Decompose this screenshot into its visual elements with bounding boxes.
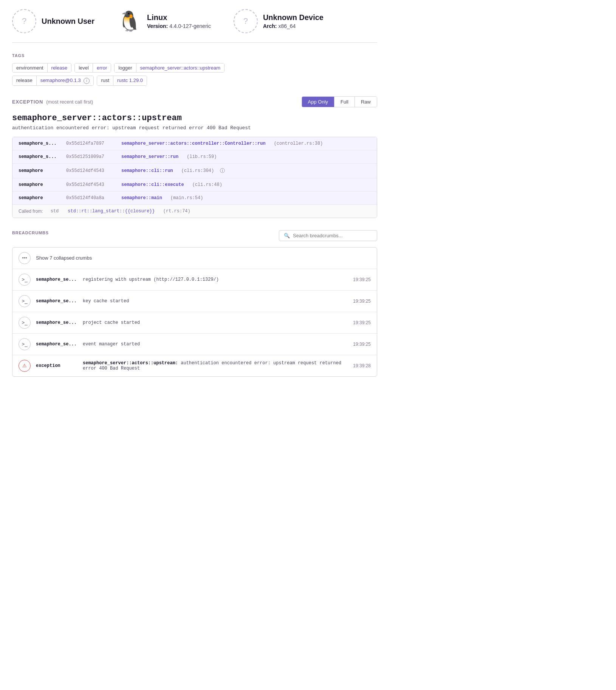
bc-message: event manager started <box>83 342 348 347</box>
stack-module: semaphore <box>19 195 60 201</box>
breadcrumb-item: >_ semaphore_se... event manager started… <box>12 334 377 355</box>
exception-subtitle: (most recent call first) <box>46 99 93 105</box>
breadcrumbs-label: BREADCRUMBS <box>12 231 49 235</box>
bc-module: semaphore_se... <box>36 299 77 304</box>
tag-key: release <box>12 76 37 85</box>
stack-function[interactable]: semaphore_server::actors::controller::Co… <box>121 141 266 146</box>
tag-value[interactable]: release <box>48 63 71 72</box>
collapsed-icon: ••• <box>19 252 31 264</box>
raw-button[interactable]: Raw <box>355 97 377 107</box>
breadcrumbs-search-input[interactable] <box>293 233 372 238</box>
tag-key: level <box>75 63 93 72</box>
called-from-label: Called from: <box>19 209 43 214</box>
breadcrumbs-section: BREADCRUMBS 🔍 ••• Show 7 collapsed crumb… <box>12 230 377 377</box>
terminal-icon: >_ <box>19 274 31 286</box>
breadcrumb-item: >_ semaphore_se... key cache started 19:… <box>12 291 377 312</box>
error-icon: ⚠ <box>19 360 31 372</box>
exception-view-toggle: App Only Full Raw <box>302 96 377 107</box>
stack-function[interactable]: semaphore::main <box>121 195 162 201</box>
stack-trace: semaphore_s... 0x55d124fa7897 semaphore_… <box>12 137 377 218</box>
exception-header: EXCEPTION (most recent call first) App O… <box>12 96 377 107</box>
stack-frame: semaphore 0x55d124f40a8a semaphore::main… <box>12 192 377 205</box>
tag-environment: environment release <box>12 63 71 73</box>
stack-module: semaphore <box>19 182 60 187</box>
stack-location: (main.rs:54) <box>170 195 203 201</box>
bc-time: 19:39:28 <box>353 363 371 368</box>
exception-type: semaphore_server::actors::upstream <box>12 113 377 123</box>
tags-row-2: release semaphore@0.1.3 i rust rustc 1.2… <box>12 76 377 86</box>
stack-function[interactable]: semaphore_server::run <box>121 154 178 159</box>
bc-module: semaphore_se... <box>36 320 77 325</box>
bc-message: key cache started <box>83 299 348 304</box>
full-button[interactable]: Full <box>334 97 355 107</box>
tag-key: environment <box>12 63 48 72</box>
tag-key: rust <box>97 76 113 85</box>
tag-value[interactable]: semaphore_server::actors::upstream <box>136 63 224 72</box>
exception-section: EXCEPTION (most recent call first) App O… <box>12 96 377 218</box>
show-collapsed-crumbs[interactable]: ••• Show 7 collapsed crumbs <box>12 248 377 269</box>
tags-row-1: environment release level error logger s… <box>12 63 377 73</box>
bc-time: 19:39:25 <box>353 277 371 282</box>
tag-key: logger <box>115 63 136 72</box>
stack-module: semaphore <box>19 168 60 173</box>
tag-rust: rust rustc 1.29.0 <box>97 76 147 86</box>
tags-section: TAGS environment release level error log… <box>12 53 377 86</box>
stack-location: (controller.rs:38) <box>274 141 323 146</box>
exception-message: authentication encountered error: upstre… <box>12 125 377 131</box>
stack-address: 0x55d124fa7897 <box>66 141 115 146</box>
stack-location: (cli.rs:48) <box>192 182 222 187</box>
tag-value[interactable]: error <box>93 63 111 72</box>
stack-location: (lib.rs:59) <box>187 154 217 159</box>
stack-address: 0x55d1251009a7 <box>66 154 115 159</box>
exception-title-row: EXCEPTION (most recent call first) <box>12 99 93 105</box>
os-info: 🐧 Linux Version: 4.4.0-127-generic <box>117 11 211 31</box>
stack-frame: semaphore 0x55d124df4543 semaphore::cli:… <box>12 164 377 178</box>
bc-time: 19:39:25 <box>353 320 371 325</box>
device-name: Unknown Device <box>263 13 323 22</box>
called-from-function[interactable]: std::rt::lang_start::{{closure}} <box>68 209 155 214</box>
stack-address: 0x55d124f40a8a <box>66 195 115 201</box>
called-from-module: std <box>51 209 59 214</box>
stack-function[interactable]: semaphore::cli::run <box>121 168 173 173</box>
os-name: Linux <box>147 13 211 22</box>
bc-message: registering with upstream (http://127.0.… <box>83 277 348 282</box>
bc-module: exception <box>36 363 77 368</box>
breadcrumb-item-exception: ⚠ exception semaphore_server::actors::up… <box>12 355 377 376</box>
breadcrumbs-header: BREADCRUMBS 🔍 <box>12 230 377 241</box>
os-details: Linux Version: 4.4.0-127-generic <box>147 13 211 29</box>
user-name: Unknown User <box>42 17 94 26</box>
bc-time: 19:39:25 <box>353 342 371 347</box>
tag-value[interactable]: rustc 1.29.0 <box>113 76 147 85</box>
app-only-button[interactable]: App Only <box>302 97 334 107</box>
stack-address: 0x55d124df4543 <box>66 182 115 187</box>
info-icon[interactable]: i <box>84 78 90 84</box>
header: ? Unknown User 🐧 Linux Version: 4.4.0-12… <box>12 9 377 43</box>
tag-logger: logger semaphore_server::actors::upstrea… <box>114 63 224 73</box>
search-icon: 🔍 <box>284 233 290 238</box>
breadcrumbs-list: ••• Show 7 collapsed crumbs >_ semaphore… <box>12 247 377 377</box>
breadcrumb-item: >_ semaphore_se... project cache started… <box>12 312 377 334</box>
stack-frame: semaphore_s... 0x55d124fa7897 semaphore_… <box>12 137 377 150</box>
os-version: Version: 4.4.0-127-generic <box>147 23 211 29</box>
bc-module: semaphore_se... <box>36 277 77 282</box>
user-details: Unknown User <box>42 17 94 26</box>
collapsed-label: Show 7 collapsed crumbs <box>36 255 371 261</box>
stack-function[interactable]: semaphore::cli::execute <box>121 182 184 187</box>
tag-value[interactable]: semaphore@0.1.3 i <box>37 76 94 85</box>
help-icon[interactable]: ⓘ <box>220 167 225 174</box>
stack-location: (cli.rs:304) <box>181 168 214 173</box>
device-info: ? Unknown Device Arch: x86_64 <box>234 9 323 33</box>
terminal-icon: >_ <box>19 295 31 307</box>
tag-release: release semaphore@0.1.3 i <box>12 76 94 86</box>
bc-message: project cache started <box>83 320 348 325</box>
terminal-icon: >_ <box>19 338 31 350</box>
linux-icon: 🐧 <box>117 11 142 31</box>
breadcrumb-item: >_ semaphore_se... registering with upst… <box>12 269 377 291</box>
tag-level: level error <box>74 63 111 73</box>
stack-module: semaphore_s... <box>19 154 60 159</box>
bc-message: semaphore_server::actors::upstream: auth… <box>83 360 348 371</box>
breadcrumbs-search-box: 🔍 <box>279 230 377 241</box>
exception-label: EXCEPTION <box>12 99 43 105</box>
terminal-icon: >_ <box>19 317 31 329</box>
stack-frame: semaphore 0x55d124df4543 semaphore::cli:… <box>12 178 377 192</box>
